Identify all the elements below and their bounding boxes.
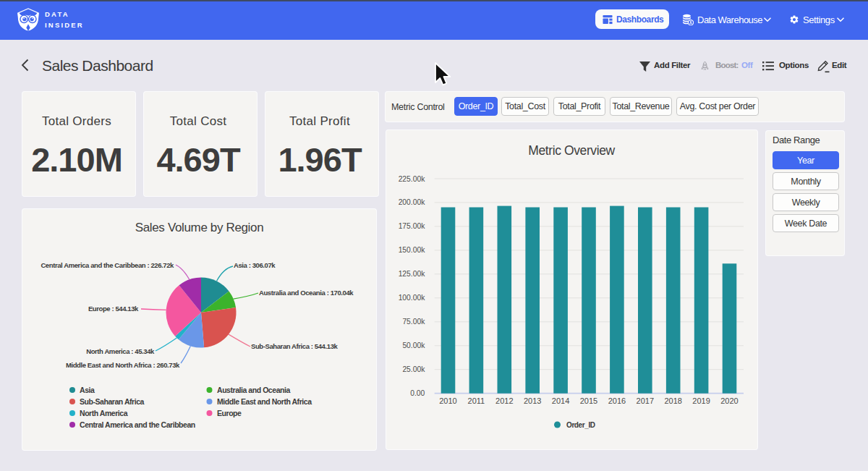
svg-text:125.00k: 125.00k — [399, 270, 425, 278]
svg-text:North America : 45.34k: North America : 45.34k — [86, 347, 155, 355]
svg-text:Middle East and North Africa: Middle East and North Africa — [217, 397, 312, 406]
svg-text:North America: North America — [80, 409, 128, 417]
svg-text:Asia : 306.07k: Asia : 306.07k — [234, 261, 276, 269]
svg-text:0.00: 0.00 — [410, 389, 425, 397]
svg-text:175.00k: 175.00k — [399, 222, 425, 230]
svg-text:Middle East and North Africa :: Middle East and North Africa : 260.73k — [66, 361, 180, 369]
svg-text:225.00k: 225.00k — [399, 175, 425, 183]
svg-text:Central America and the Caribb: Central America and the Caribbean — [80, 420, 195, 429]
svg-text:2010: 2010 — [439, 396, 456, 405]
svg-text:Australia and Oceania: Australia and Oceania — [217, 386, 290, 394]
svg-text:Central America and the Caribb: Central America and the Caribbean : 226.… — [41, 261, 174, 269]
svg-text:2013: 2013 — [524, 396, 541, 405]
svg-text:Europe: Europe — [217, 409, 242, 417]
svg-text:2018: 2018 — [664, 396, 681, 405]
svg-text:2015: 2015 — [580, 396, 597, 405]
svg-text:25.00k: 25.00k — [402, 365, 425, 373]
svg-text:Sub-Saharan Africa: Sub-Saharan Africa — [80, 397, 145, 406]
svg-text:2017: 2017 — [637, 396, 654, 405]
svg-text:Metric Overview: Metric Overview — [528, 143, 615, 158]
svg-text:150.00k: 150.00k — [399, 246, 425, 254]
svg-text:2011: 2011 — [468, 396, 485, 405]
svg-text:75.00k: 75.00k — [402, 318, 425, 326]
svg-text:Australia and Oceania : 170.04: Australia and Oceania : 170.04k — [259, 289, 354, 297]
svg-text:2014: 2014 — [552, 396, 569, 405]
svg-text:Order_ID: Order_ID — [566, 421, 595, 429]
svg-text:100.00k: 100.00k — [399, 294, 425, 302]
svg-text:2020: 2020 — [720, 396, 738, 405]
svg-text:Asia: Asia — [80, 386, 95, 394]
svg-text:2016: 2016 — [608, 396, 626, 405]
svg-text:200.00k: 200.00k — [399, 198, 425, 206]
svg-text:50.00k: 50.00k — [402, 341, 425, 349]
svg-text:2012: 2012 — [495, 396, 513, 405]
svg-text:2019: 2019 — [692, 396, 710, 405]
svg-text:Europe : 544.13k: Europe : 544.13k — [88, 305, 139, 313]
svg-text:Sub-Saharan Africa : 544.13k: Sub-Saharan Africa : 544.13k — [251, 342, 339, 350]
